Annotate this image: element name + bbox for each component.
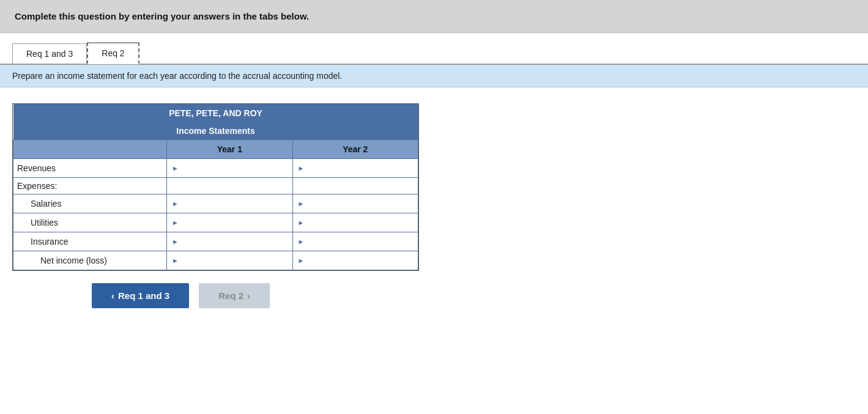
arrow-icon: ►	[298, 238, 305, 245]
input-insurance-year2[interactable]	[297, 235, 414, 248]
table-row: Revenues ► ►	[13, 159, 418, 178]
input-utilities-year1[interactable]	[171, 216, 288, 229]
arrow-icon: ►	[172, 164, 179, 172]
input-cell-insurance-year2[interactable]: ►	[292, 232, 418, 251]
next-button-label: Req 2	[218, 290, 243, 301]
arrow-icon: ►	[298, 219, 305, 226]
arrow-icon: ►	[172, 200, 179, 207]
row-label-net-income: Net income (loss)	[13, 251, 167, 270]
row-label-salaries: Salaries	[13, 194, 167, 213]
input-insurance-year1[interactable]	[171, 235, 288, 248]
input-cell-net-income-year2[interactable]: ►	[292, 251, 418, 270]
instruction-bar: Prepare an income statement for each yea…	[0, 65, 868, 87]
prev-button[interactable]: ‹ Req 1 and 3	[92, 283, 189, 308]
table-row: Insurance ► ►	[13, 232, 418, 251]
tab-req2[interactable]: Req 2	[87, 42, 139, 64]
table-row: Utilities ► ►	[13, 213, 418, 232]
income-table: PETE, PETE, AND ROY Income Statements Ye…	[13, 104, 418, 270]
content-area: PETE, PETE, AND ROY Income Statements Ye…	[0, 97, 868, 320]
header-instruction: Complete this question by entering your …	[15, 11, 309, 21]
table-row: Net income (loss) ► ►	[13, 251, 418, 270]
prev-button-label: Req 1 and 3	[118, 290, 169, 301]
table-title-main: PETE, PETE, AND ROY	[13, 104, 418, 122]
input-cell-salaries-year1[interactable]: ►	[167, 194, 292, 213]
tabs-container: Req 1 and 3 Req 2	[0, 33, 868, 65]
input-cell-salaries-year2[interactable]: ►	[292, 194, 418, 213]
prev-chevron-icon: ‹	[111, 290, 114, 301]
next-chevron-icon: ›	[247, 290, 250, 301]
arrow-icon: ►	[298, 257, 305, 264]
table-row: Salaries ► ►	[13, 194, 418, 213]
input-net-income-year2[interactable]	[297, 254, 414, 267]
income-table-container: PETE, PETE, AND ROY Income Statements Ye…	[12, 103, 419, 271]
header-bar: Complete this question by entering your …	[0, 0, 868, 33]
col-header-year2: Year 2	[292, 140, 418, 159]
arrow-icon: ►	[172, 238, 179, 245]
input-revenues-year2[interactable]	[297, 162, 414, 174]
row-label-expenses: Expenses:	[13, 178, 167, 194]
input-cell-revenues-year1[interactable]: ►	[167, 159, 292, 178]
input-salaries-year1[interactable]	[171, 198, 288, 210]
table-row: Expenses:	[13, 178, 418, 194]
input-cell-insurance-year1[interactable]: ►	[167, 232, 292, 251]
input-cell-utilities-year1[interactable]: ►	[167, 213, 292, 232]
arrow-icon: ►	[298, 200, 305, 207]
row-label-utilities: Utilities	[13, 213, 167, 232]
input-cell-revenues-year2[interactable]: ►	[292, 159, 418, 178]
input-revenues-year1[interactable]	[171, 162, 288, 174]
arrow-icon: ►	[172, 257, 179, 264]
input-cell-expenses-year2-empty	[292, 178, 418, 194]
input-salaries-year2[interactable]	[297, 198, 414, 210]
col-header-year1: Year 1	[167, 140, 292, 159]
input-cell-utilities-year2[interactable]: ►	[292, 213, 418, 232]
table-title-sub: Income Statements	[13, 122, 418, 140]
input-net-income-year1[interactable]	[171, 254, 288, 267]
tab-req1and3[interactable]: Req 1 and 3	[12, 43, 87, 64]
input-cell-expenses-year1-empty	[167, 178, 292, 194]
next-button[interactable]: Req 2 ›	[199, 283, 270, 308]
input-utilities-year2[interactable]	[297, 216, 414, 229]
arrow-icon: ►	[298, 164, 305, 172]
row-label-insurance: Insurance	[13, 232, 167, 251]
nav-buttons: ‹ Req 1 and 3 Req 2 ›	[12, 283, 856, 308]
input-cell-net-income-year1[interactable]: ►	[167, 251, 292, 270]
arrow-icon: ►	[172, 219, 179, 226]
row-label-revenues: Revenues	[13, 159, 167, 178]
